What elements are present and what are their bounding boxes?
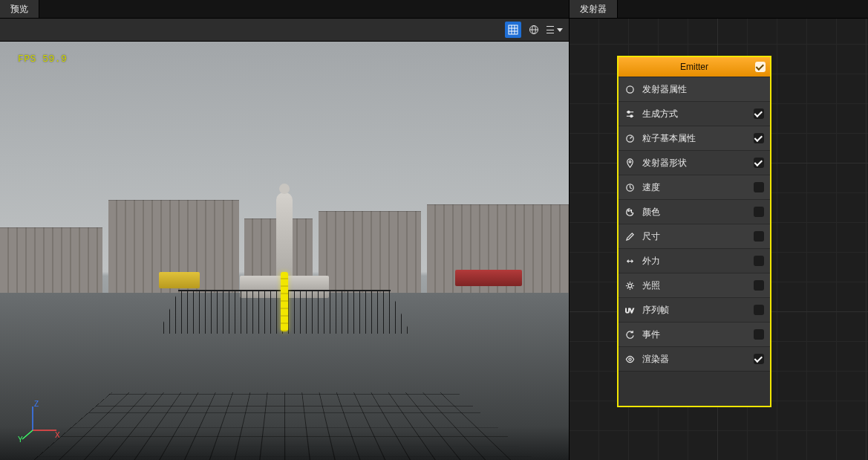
refresh-icon [624,329,635,340]
uv-icon: UV [624,305,635,315]
emitter-module-row[interactable]: 事件 [619,322,770,346]
menu-icon [546,26,554,33]
graph-panel: 发射器 Emitter 发射器属性生成方式粒子基本属性发射器形状速度颜色尺寸外力… [570,0,868,460]
emitter-node-footer [619,371,770,406]
svg-line-33 [627,282,627,283]
module-checkbox[interactable] [754,256,764,266]
svg-line-36 [631,282,632,283]
svg-line-20 [630,136,632,138]
sun-icon [624,280,635,291]
module-label: 渲染器 [642,353,746,366]
pencil-icon [624,231,635,242]
emitter-module-row[interactable]: 速度 [619,175,770,199]
module-checkbox[interactable] [754,108,764,119]
emitter-module-row[interactable]: 生成方式 [619,101,770,126]
svg-point-38 [628,357,630,360]
emitter-node[interactable]: Emitter 发射器属性生成方式粒子基本属性发射器形状速度颜色尺寸外力光照UV… [617,56,771,407]
chevron-down-icon [557,28,563,32]
fps-overlay: FPS 59.9 [18,54,67,65]
ground-grid [25,392,545,460]
emitter-module-row[interactable]: 粒子基本属性 [619,126,770,150]
module-checkbox[interactable] [754,305,764,315]
svg-point-17 [627,111,630,113]
svg-point-28 [628,284,632,288]
grid-icon [508,25,518,35]
module-checkbox[interactable] [754,133,764,143]
left-tabbar: 预览 [0,0,569,19]
module-label: 颜色 [642,206,746,218]
svg-point-18 [630,114,632,117]
module-checkbox[interactable] [754,280,764,291]
module-label: 生成方式 [642,108,746,120]
module-checkbox[interactable] [754,329,764,340]
svg-point-14 [626,85,633,92]
svg-line-24 [630,187,631,188]
emitter-module-row[interactable]: 尺寸 [619,224,770,248]
emitter-gizmo[interactable] [281,272,288,331]
emitter-module-row[interactable]: 发射器形状 [619,150,770,175]
module-checkbox[interactable] [754,207,764,217]
emitter-enable-checkbox[interactable] [755,62,766,72]
emitter-module-row[interactable]: UV序列帧 [619,297,770,322]
environment-button[interactable] [526,22,542,38]
svg-text:Y: Y [18,435,23,444]
tab-emitter[interactable]: 发射器 [570,0,618,18]
module-label: 外力 [642,255,746,268]
module-label: 速度 [642,181,746,194]
emitter-module-row[interactable]: 渲染器 [619,346,770,371]
svg-point-21 [629,161,631,163]
module-checkbox[interactable] [754,231,764,242]
tab-preview[interactable]: 预览 [0,0,39,18]
svg-text:UV: UV [625,307,634,314]
svg-text:Z: Z [34,400,39,408]
emitter-module-row[interactable]: 发射器属性 [619,77,770,101]
module-label: 发射器属性 [642,83,764,96]
preview-toolbar [0,19,569,42]
right-tabbar: 发射器 [570,0,868,19]
module-label: 粒子基本属性 [642,132,746,145]
module-checkbox[interactable] [754,182,764,192]
grid-toggle-button[interactable] [505,22,521,38]
svg-line-34 [631,287,632,288]
module-checkbox[interactable] [754,158,764,168]
scene-vehicle [455,270,522,286]
module-checkbox[interactable] [754,354,764,364]
emitter-title: Emitter [680,62,708,72]
svg-line-12 [22,430,33,439]
arrows-icon [624,256,635,266]
globe-icon [529,25,539,35]
sliders-icon [624,108,635,119]
module-label: 序列帧 [642,304,746,317]
pin-icon [624,158,635,168]
svg-text:X: X [55,431,60,439]
eye-icon [624,354,635,364]
emitter-node-header[interactable]: Emitter [619,57,770,77]
emitter-module-list: 发射器属性生成方式粒子基本属性发射器形状速度颜色尺寸外力光照UV序列帧事件渲染器 [619,77,770,371]
module-label: 光照 [642,279,746,292]
emitter-module-row[interactable]: 颜色 [619,199,770,224]
node-graph[interactable]: Emitter 发射器属性生成方式粒子基本属性发射器形状速度颜色尺寸外力光照UV… [570,19,868,460]
module-label: 事件 [642,328,746,341]
module-label: 尺寸 [642,230,746,243]
preview-panel: 预览 [0,0,570,460]
gauge-icon [624,133,635,143]
module-label: 发射器形状 [642,157,746,169]
circle-icon [624,84,635,94]
svg-rect-0 [509,25,518,34]
clock-icon [624,182,635,192]
view-menu-button[interactable] [546,22,563,38]
palette-icon [624,207,635,217]
emitter-module-row[interactable]: 外力 [619,248,770,273]
viewport-3d[interactable]: FPS 59.9 Z X Y [0,42,569,460]
svg-line-35 [627,287,627,288]
svg-point-25 [627,210,628,210]
app-root: 预览 [0,0,868,460]
svg-point-26 [630,210,631,210]
emitter-module-row[interactable]: 光照 [619,273,770,297]
axis-gizmo[interactable]: Z X Y [18,399,62,444]
